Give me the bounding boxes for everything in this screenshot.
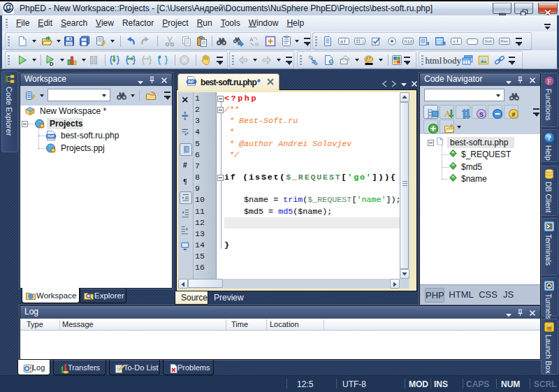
sort-alpha-button[interactable]: A bbox=[440, 105, 454, 119]
dropdown-arrow[interactable] bbox=[31, 52, 38, 68]
dropdown-box-button[interactable] bbox=[433, 34, 448, 49]
form-button[interactable] bbox=[320, 34, 335, 49]
new-file-button[interactable] bbox=[15, 34, 30, 49]
insert-html-button[interactable]: html bbox=[425, 55, 442, 66]
menu-help[interactable]: Help bbox=[282, 15, 308, 31]
redo-button[interactable] bbox=[138, 34, 153, 49]
insert-body-button[interactable]: body bbox=[443, 55, 460, 66]
editor-tabbar-scroll-right-button[interactable] bbox=[390, 77, 399, 86]
menu-edit[interactable]: Edit bbox=[34, 15, 57, 31]
panel-pin-button[interactable] bbox=[516, 308, 525, 317]
close-editor-x-button[interactable] bbox=[180, 94, 192, 107]
tree-item-best-soft-ru-php[interactable]: PHPbest-soft.ru.php bbox=[20, 130, 172, 142]
dropdown-arrow[interactable] bbox=[293, 34, 301, 49]
dropdown-arrow[interactable] bbox=[275, 52, 283, 68]
log-panel-title[interactable]: Log bbox=[20, 306, 540, 319]
workspace-tab-explorer[interactable]: Explorer bbox=[80, 288, 126, 303]
sort-position-button[interactable] bbox=[456, 105, 470, 119]
find-button[interactable] bbox=[114, 88, 129, 103]
back-button[interactable] bbox=[235, 52, 251, 68]
bottom-dock-tab-to-do-list[interactable]: To-Do List bbox=[109, 360, 160, 375]
submit-button-button[interactable]: Sub bbox=[481, 34, 496, 49]
toolbar-grip[interactable] bbox=[300, 55, 302, 65]
menu-refactor[interactable]: Refactor bbox=[118, 15, 158, 31]
vscroll-thumb[interactable] bbox=[400, 102, 409, 269]
find-button[interactable] bbox=[214, 34, 229, 49]
hidden-field-button[interactable]: hid bbox=[400, 34, 416, 49]
log-column-message[interactable]: Message bbox=[62, 320, 94, 328]
nav-panels-button[interactable] bbox=[423, 105, 438, 119]
menu-file[interactable]: File bbox=[12, 15, 34, 31]
editor-tab[interactable]: PHPbest-soft.ru.php* bbox=[177, 73, 280, 90]
fold-marker-minus[interactable] bbox=[217, 96, 224, 102]
menu-project[interactable]: Project bbox=[158, 15, 192, 31]
editor-tabbar-scroll-left-button[interactable] bbox=[381, 77, 390, 86]
panel-close-button[interactable] bbox=[528, 75, 537, 85]
toolbar-overflow-icon[interactable] bbox=[514, 38, 523, 47]
dropdown-arrow[interactable] bbox=[354, 52, 361, 68]
column-select-button[interactable] bbox=[180, 143, 192, 156]
sync-view-button[interactable] bbox=[180, 240, 192, 253]
password-field-button[interactable]: × bbox=[449, 34, 464, 49]
dropdown-arrow[interactable] bbox=[109, 34, 117, 49]
minimize-button[interactable] bbox=[493, 3, 511, 14]
bottom-dock-tab-log[interactable]: Log bbox=[17, 360, 50, 375]
dropdown-arrow[interactable] bbox=[31, 34, 38, 49]
restore-button[interactable] bbox=[514, 3, 533, 14]
tree-item-projects-ppj[interactable]: Projects.ppj bbox=[20, 143, 172, 154]
log-column-type[interactable]: Type bbox=[27, 320, 43, 328]
panel-pin-button[interactable] bbox=[516, 75, 525, 85]
open-in-browser-button[interactable] bbox=[143, 88, 159, 103]
run-button[interactable] bbox=[15, 52, 30, 68]
font-color-palette-button[interactable] bbox=[361, 52, 377, 68]
indent-right-button[interactable] bbox=[180, 224, 192, 237]
log-column-time[interactable]: Time bbox=[231, 320, 248, 328]
tree-item--request[interactable]: $_REQUEST bbox=[420, 149, 540, 161]
insert-image-button[interactable] bbox=[476, 52, 491, 68]
code-navigator-title[interactable]: Code Navigator bbox=[420, 73, 540, 86]
menu-search[interactable]: Search bbox=[57, 15, 92, 31]
menu-run[interactable]: Run bbox=[193, 15, 217, 31]
editor-view-tab-preview[interactable]: Preview bbox=[208, 291, 249, 305]
show-private-button[interactable] bbox=[488, 105, 502, 119]
tree-item--md5[interactable]: $md5 bbox=[420, 161, 540, 173]
dropdown-arrow[interactable] bbox=[129, 88, 137, 103]
panel-pin-button[interactable] bbox=[147, 75, 157, 85]
paste-button[interactable] bbox=[194, 34, 210, 49]
toolbar-overflow-icon[interactable] bbox=[163, 92, 172, 101]
codenav-tab-html[interactable]: HTML bbox=[449, 288, 474, 303]
forward-button[interactable] bbox=[259, 52, 275, 68]
auto-indent-button[interactable] bbox=[180, 191, 192, 204]
editor-horizontal-scrollbar[interactable] bbox=[178, 279, 400, 289]
cut-button[interactable] bbox=[162, 34, 177, 49]
profiler-button[interactable] bbox=[64, 52, 80, 68]
undo-button[interactable] bbox=[123, 34, 138, 49]
close-button[interactable] bbox=[538, 3, 558, 14]
log-column-separator[interactable] bbox=[59, 319, 60, 330]
save-button[interactable] bbox=[61, 34, 77, 49]
maximize-editor-button[interactable] bbox=[263, 34, 278, 49]
publish-button[interactable] bbox=[337, 52, 353, 68]
checkbox-button[interactable] bbox=[368, 34, 384, 49]
step-out-button[interactable] bbox=[139, 52, 154, 68]
tree-item--name[interactable]: $name bbox=[420, 173, 540, 185]
todo-list-button[interactable] bbox=[279, 34, 294, 49]
log-column-separator[interactable] bbox=[266, 319, 267, 330]
toolbar-grip[interactable] bbox=[8, 36, 10, 46]
toolbar-grip[interactable] bbox=[315, 36, 317, 46]
log-column-separator[interactable] bbox=[324, 319, 324, 330]
fold-marker-minus[interactable] bbox=[217, 107, 224, 113]
toolbar-grip[interactable] bbox=[232, 55, 234, 65]
editor-code-area[interactable]: <?php/** * Best-Soft.ru * * @author Andr… bbox=[224, 92, 400, 289]
codenav-filter-combo[interactable] bbox=[424, 89, 504, 101]
bottom-dock-tab-transfers[interactable]: Transfers bbox=[53, 360, 106, 375]
input-text-button[interactable]: a bbox=[336, 34, 351, 49]
reset-button-button[interactable]: Res bbox=[497, 34, 512, 49]
tree-item-new-workspace-[interactable]: New Workspace * bbox=[20, 106, 172, 117]
split-view-button[interactable] bbox=[180, 110, 192, 123]
insert-link-button[interactable] bbox=[492, 52, 507, 68]
find-button[interactable] bbox=[507, 89, 522, 104]
step-in-button[interactable] bbox=[107, 52, 122, 68]
title-bar[interactable]: PhpED - New Workspace::Projects - [C:\Us… bbox=[0, 0, 559, 15]
menu-window[interactable]: Window bbox=[245, 15, 283, 31]
